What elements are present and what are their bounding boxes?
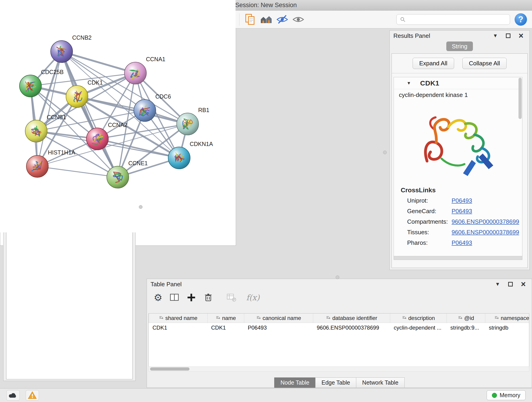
node-table: shared namenamecanonical namedatabase id… (148, 313, 529, 371)
show-columns-icon[interactable] (169, 293, 179, 303)
results-panel-title: Results Panel (393, 32, 430, 39)
float-panel-icon[interactable] (503, 31, 513, 40)
sort-icon (215, 315, 220, 321)
splitter-grip[interactable] (336, 275, 339, 279)
string-settings-button[interactable] (258, 12, 274, 27)
crosslink-link[interactable]: P06493 (452, 197, 472, 204)
eye-slash-icon (276, 13, 288, 26)
application-window: Session: New Session ? Control (0, 0, 532, 402)
node-label-CDK1: CDK1 (88, 79, 103, 86)
string-hide-button[interactable] (274, 12, 290, 27)
crosslink-link[interactable]: P06493 (452, 208, 472, 215)
node-label-CCNA1: CCNA1 (146, 56, 165, 62)
column-header-name[interactable]: name (208, 313, 244, 323)
document-copy-icon (244, 13, 256, 26)
warning-icon (28, 391, 37, 400)
network-node-CCNE1[interactable]: CCNE1 (107, 160, 148, 188)
help-button[interactable]: ? (515, 13, 527, 26)
table-panel-title: Table Panel (151, 281, 182, 288)
crosslink-label: Pharos: (407, 239, 451, 246)
search-input[interactable] (408, 16, 507, 23)
help-label: ? (518, 15, 523, 24)
scrollbar-thumb[interactable] (150, 367, 190, 370)
delete-column-icon[interactable] (203, 293, 213, 303)
copy-document-button[interactable] (242, 12, 258, 27)
crosslink-label: Compartments: (407, 218, 451, 225)
protein-section: ▼ CDK1 cyclin-dependent kinase 1 (394, 77, 522, 260)
sort-icon (326, 315, 330, 321)
status-bar: Memory (0, 388, 532, 402)
splitter-grip[interactable] (383, 151, 387, 154)
node-label-CCNE1: CCNE1 (128, 160, 148, 166)
string-show-button[interactable] (290, 12, 306, 27)
column-header-namespace[interactable]: namespace (485, 313, 530, 323)
sort-icon (159, 315, 163, 321)
table-tabs: Node TableEdge TableNetwork Table (147, 377, 532, 388)
splitter-grip[interactable] (139, 205, 143, 209)
function-builder-icon[interactable]: f(x) (246, 293, 260, 302)
table-row[interactable]: CDK1CDK1P064939606.ENSP00000378699cyclin… (149, 323, 530, 333)
sort-icon (458, 315, 462, 321)
protein-structure-image (412, 103, 504, 181)
warnings-button[interactable] (26, 390, 39, 401)
crosslink-row: Compartments:9606.ENSP00000378699 (394, 216, 522, 227)
node-label-CCNB2: CCNB2 (72, 34, 92, 41)
column-header-description[interactable]: description (390, 313, 447, 323)
table-horizontal-scrollbar[interactable] (148, 366, 529, 371)
network-edge-CCNB2-CCNE1[interactable] (62, 51, 118, 177)
panel-menu-icon[interactable]: ▼ (491, 31, 500, 40)
tab-network-table[interactable]: Network Table (356, 377, 405, 388)
node-label-CCNB1: CCNB1 (47, 114, 66, 120)
network-node-CCNA1[interactable]: CCNA1 (124, 56, 165, 84)
sort-icon (494, 315, 499, 321)
node-label-CDKN1A: CDKN1A (190, 141, 213, 147)
node-label-CDC6: CDC6 (155, 93, 171, 100)
window-title: Session: New Session (235, 2, 297, 9)
tab-string[interactable]: String (446, 41, 473, 51)
string-results-container: Expand All Collapse All ▼ CDK1 cyclin-de… (392, 53, 528, 268)
network-view: CCNB2CCNA1CDC25BCDK1CDC6RB1CCNB1CCNA2CDK… (0, 0, 236, 246)
crosslinks-title: CrossLinks (394, 181, 522, 195)
network-node-CDKN1A[interactable]: CDKN1A (168, 141, 213, 169)
memory-button[interactable]: Memory (487, 390, 526, 400)
toolbar-search[interactable] (396, 14, 510, 25)
node-label-CDC25B: CDC25B (41, 69, 64, 75)
network-node-HIST1H1A[interactable]: HIST1H1A (26, 149, 75, 177)
crosslink-label: GeneCard: (407, 208, 451, 215)
cloud-status-button[interactable] (6, 390, 20, 401)
column-header-canonical-name[interactable]: canonical name (244, 313, 313, 323)
houses-icon (260, 13, 272, 26)
panel-menu-icon[interactable]: ▼ (493, 280, 502, 289)
next-section-strip (394, 256, 522, 260)
crosslink-row: GeneCard:P06493 (394, 206, 522, 216)
table-settings-gear-icon[interactable]: ⚙ (154, 292, 162, 303)
network-node-CCNB1[interactable]: CCNB1 (25, 114, 66, 142)
close-panel-icon[interactable]: × (519, 280, 528, 289)
crosslink-row: Tissues:9606.ENSP00000378699 (394, 227, 522, 237)
add-column-icon[interactable] (186, 293, 196, 303)
column-header-database-identifier[interactable]: database identifier (313, 313, 390, 323)
crosslink-link[interactable]: P06493 (452, 239, 472, 246)
tab-node-table[interactable]: Node Table (274, 377, 316, 388)
network-edge-HIST1H1A-CCNE1[interactable] (37, 166, 118, 177)
column-header-shared-name[interactable]: shared name (149, 313, 208, 323)
collapse-all-button[interactable]: Collapse All (462, 58, 507, 69)
crosslinks-list: Uniprot:P06493GeneCard:P06493Compartment… (394, 195, 522, 248)
close-panel-icon[interactable]: × (516, 31, 526, 40)
tab-edge-table[interactable]: Edge Table (315, 377, 356, 388)
network-node-RB1[interactable]: RB1 (177, 107, 209, 135)
memory-label: Memory (500, 392, 520, 399)
crosslink-link[interactable]: 9606.ENSP00000378699 (452, 218, 519, 225)
search-icon (400, 17, 406, 22)
float-panel-icon[interactable] (506, 280, 515, 289)
protein-name: CDK1 (420, 79, 439, 87)
results-scrollbar-thumb[interactable] (519, 78, 522, 119)
crosslink-link[interactable]: 9606.ENSP00000378699 (452, 229, 519, 236)
network-edge-CCNB2-CCNA1[interactable] (62, 51, 135, 73)
node-label-HIST1H1A: HIST1H1A (48, 149, 75, 156)
expand-all-button[interactable]: Expand All (413, 58, 454, 69)
section-disclosure-icon[interactable]: ▼ (407, 81, 411, 86)
column-header-@id[interactable]: @id (447, 313, 485, 323)
crosslink-label: Tissues: (407, 229, 451, 236)
network-canvas[interactable]: CCNB2CCNA1CDC25BCDK1CDC6RB1CCNB1CCNA2CDK… (0, 0, 235, 232)
